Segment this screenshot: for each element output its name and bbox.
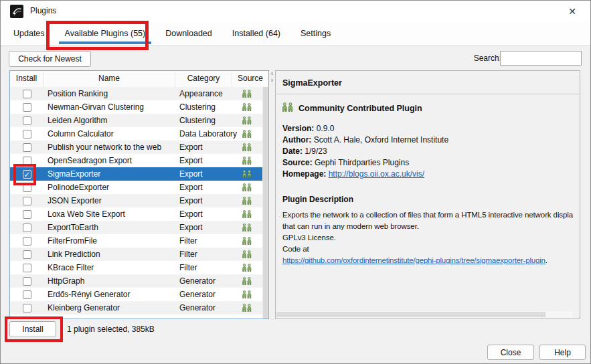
header-source[interactable]: Source xyxy=(232,71,268,87)
community-source-icon xyxy=(242,304,252,312)
header-name[interactable]: Name xyxy=(44,71,175,87)
search-input[interactable] xyxy=(500,51,582,66)
install-checkbox[interactable] xyxy=(23,116,31,125)
plugin-name-cell: Column Calculator xyxy=(44,127,175,141)
table-row[interactable]: PolinodeExporter Export xyxy=(10,181,262,194)
install-checkbox[interactable] xyxy=(23,277,31,286)
install-checkbox[interactable] xyxy=(23,103,31,112)
install-button[interactable]: Install xyxy=(9,321,56,337)
install-cell xyxy=(10,194,44,207)
table-row[interactable]: SigmaExporter Export xyxy=(10,167,262,181)
install-checkbox[interactable] xyxy=(23,157,31,165)
plugin-name-cell: Erdős-Rényi Generator xyxy=(44,288,175,301)
install-checkbox[interactable] xyxy=(23,90,31,98)
plugin-source-cell xyxy=(232,100,262,114)
scrollbar-thumb[interactable] xyxy=(276,312,545,317)
install-cell xyxy=(10,167,44,181)
code-repository-link[interactable]: https://github.com/oxfordinternetinstitu… xyxy=(282,256,545,264)
plugin-category-cell: Export xyxy=(175,167,232,181)
install-checkbox[interactable] xyxy=(23,183,31,192)
table-row[interactable]: KBrace Filter Filter xyxy=(10,261,262,274)
window-close-icon[interactable]: ✕ xyxy=(565,5,580,18)
table-row[interactable]: Column Calculator Data Laboratory xyxy=(10,127,262,141)
install-checkbox[interactable] xyxy=(23,290,31,299)
description-line: Code at xyxy=(282,244,580,255)
plugin-source-cell xyxy=(232,194,262,207)
install-cell xyxy=(10,234,44,248)
header-install[interactable]: Install xyxy=(10,71,44,87)
install-checkbox[interactable] xyxy=(23,197,31,205)
plugin-name-cell: PolinodeExporter xyxy=(44,181,175,194)
plugin-description: Exports the network to a collection of f… xyxy=(276,204,580,266)
tab-downloaded[interactable]: Downloaded xyxy=(155,22,222,45)
install-checkbox[interactable] xyxy=(23,143,31,152)
community-badge-label: Community Contributed Plugin xyxy=(299,104,422,113)
expand-right-icon[interactable]: › xyxy=(269,77,275,84)
install-checkbox[interactable] xyxy=(23,250,31,259)
install-checkbox[interactable] xyxy=(23,304,31,312)
plugin-name-cell: Kleinberg Generator xyxy=(44,301,175,314)
plugin-name-cell: JSON Exporter xyxy=(44,194,175,207)
plugin-category-cell: Clustering xyxy=(175,114,232,127)
install-checkbox[interactable] xyxy=(23,210,31,219)
table-row[interactable]: FilterFromFile Filter xyxy=(10,234,262,248)
tab-updates[interactable]: Updates xyxy=(3,22,55,45)
panel-horizontal-scrollbar[interactable] xyxy=(276,311,572,318)
install-checkbox[interactable] xyxy=(23,223,31,232)
plugins-dialog: Plugins ✕ Updates Available Plugins (55)… xyxy=(0,0,591,364)
table-row[interactable]: JSON Exporter Export xyxy=(10,194,262,207)
help-button[interactable]: Help xyxy=(539,345,586,360)
plugin-source-cell xyxy=(232,207,262,221)
table-row[interactable]: Publish your network to the web Export xyxy=(10,141,262,154)
install-cell xyxy=(10,87,44,100)
plugin-name-cell: HttpGraph xyxy=(44,274,175,288)
plugin-name-cell: ExportToEarth xyxy=(44,221,175,234)
table-row[interactable]: HttpGraph Generator xyxy=(10,274,262,288)
close-button[interactable]: Close xyxy=(487,345,534,360)
community-source-icon xyxy=(242,170,252,178)
plugin-name-cell: SigmaExporter xyxy=(44,167,175,181)
tab-settings[interactable]: Settings xyxy=(290,22,341,45)
table-row[interactable]: Loxa Web Site Export Export xyxy=(10,207,262,221)
header-category[interactable]: Category xyxy=(175,71,232,87)
community-source-icon xyxy=(242,290,252,298)
install-checkbox[interactable] xyxy=(23,264,31,272)
plugin-source-cell xyxy=(232,154,262,167)
community-source-icon xyxy=(242,183,252,191)
description-line: Exports the network to a collection of f… xyxy=(282,209,580,221)
table-row[interactable]: Leiden Algorithm Clustering xyxy=(10,114,262,127)
homepage-link[interactable]: http://blogs.oii.ox.ac.uk/vis/ xyxy=(329,169,424,179)
table-row[interactable]: Position Ranking Appearance xyxy=(10,87,262,100)
community-source-icon xyxy=(242,103,252,111)
table-row[interactable]: ExportToEarth Export xyxy=(10,221,262,234)
install-checkbox[interactable] xyxy=(23,237,31,246)
plugin-name-cell: FilterFromFile xyxy=(44,234,175,248)
table-vertical-scrollbar[interactable] xyxy=(262,87,268,318)
plugin-category-cell: Generator xyxy=(175,274,232,288)
tab-available-plugins[interactable]: Available Plugins (55) xyxy=(55,22,156,45)
plugin-name-cell: Loxa Web Site Export xyxy=(44,207,175,221)
code-link-line: https://github.com/oxfordinternetinstitu… xyxy=(282,255,580,266)
table-row[interactable]: Erdős-Rényi Generator Generator xyxy=(10,288,262,301)
install-cell xyxy=(10,221,44,234)
plugin-category-cell: Generator xyxy=(175,288,232,301)
plugin-name-cell: Link Prediction xyxy=(44,248,175,261)
table-row[interactable]: Kleinberg Generator Generator xyxy=(10,301,262,314)
install-checkbox[interactable] xyxy=(23,130,31,139)
plugin-category-cell: Export xyxy=(175,207,232,221)
splitter-handle[interactable]: ‹ › xyxy=(269,70,275,319)
table-row[interactable]: Newman-Girvan Clustering Clustering xyxy=(10,100,262,114)
plugin-source-cell xyxy=(232,221,262,234)
check-for-newest-button[interactable]: Check for Newest xyxy=(9,51,91,67)
install-checkbox[interactable] xyxy=(23,170,31,179)
community-source-icon xyxy=(242,90,252,98)
community-source-icon xyxy=(242,223,252,232)
plugin-category-cell: Export xyxy=(175,154,232,167)
table-row[interactable]: Link Prediction Filter xyxy=(10,248,262,261)
table-row[interactable]: OpenSeadragon Export Export xyxy=(10,154,262,167)
scrollbar-thumb[interactable] xyxy=(263,87,268,318)
plugin-category-cell: Filter xyxy=(175,261,232,274)
plugin-source-cell xyxy=(232,127,262,141)
tab-installed[interactable]: Installed (64) xyxy=(222,22,290,45)
install-cell xyxy=(10,261,44,274)
